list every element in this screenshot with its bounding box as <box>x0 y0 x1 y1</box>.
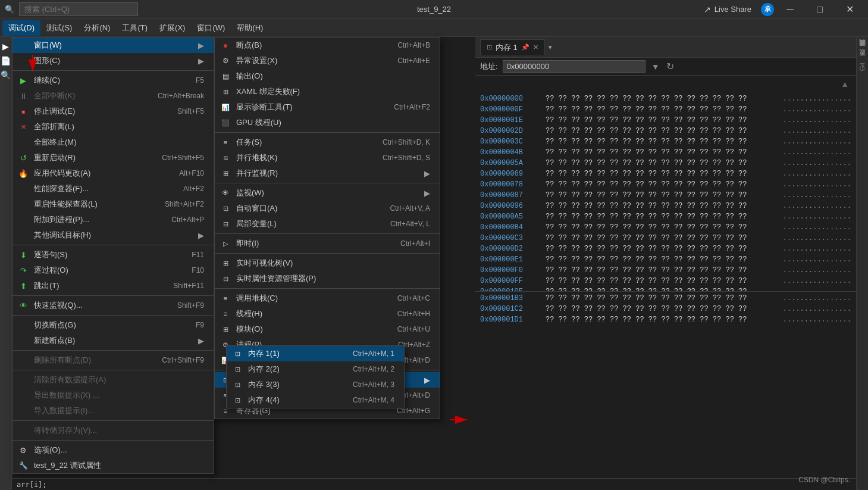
table-row: 0x000001B3?? ?? ?? ?? ?? ?? ?? ?? ?? ?? … <box>475 293 856 304</box>
vtab-diag-tools[interactable]: 诊断工具 <box>856 37 868 46</box>
sub-locals[interactable]: ⊟ 局部变量(L) Ctrl+Alt+V, L <box>215 216 440 232</box>
memory-content[interactable]: 0x00000000?? ?? ?? ?? ?? ?? ?? ?? ?? ?? … <box>475 92 856 291</box>
memory-sub-item-1[interactable]: ⊡ 内存 1(1) Ctrl+Alt+M, 1 <box>227 346 404 361</box>
vtab-git-changes[interactable]: Git 更改 <box>856 56 868 76</box>
menu-tools-label: 工具(T) <box>122 23 148 32</box>
search-input[interactable] <box>19 2 138 16</box>
memory-arrow: ▶ <box>424 376 430 385</box>
immediate-icon: ▷ <box>220 240 231 248</box>
menu-item-continue[interactable]: ▶ 继续(C) F5 <box>12 73 214 88</box>
menu-item-other-targets[interactable]: 其他调试目标(H) ▶ <box>12 227 214 243</box>
mem-ascii: ................ <box>774 105 851 114</box>
mem-bytes: ?? ?? ?? ?? ?? ?? ?? ?? ?? ?? ?? ?? ?? ?… <box>546 255 774 264</box>
mem-ascii: ................ <box>774 277 851 285</box>
menu-item-detach[interactable]: ✕ 全部折离(L) <box>12 119 214 135</box>
files-activity-icon[interactable]: 📄 <box>1 56 11 65</box>
mem3-icon: ⊡ <box>231 381 243 389</box>
sub-parallel-watch[interactable]: ⊞ 并行监视(R) ▶ <box>215 166 440 181</box>
minimize-button[interactable]: ─ <box>776 0 804 19</box>
divider3 <box>12 295 214 296</box>
sub-modules[interactable]: ⊞ 模块(O) Ctrl+Alt+U <box>215 322 440 337</box>
menu-item-perf[interactable]: 性能探查器(F)... Alt+F2 <box>12 181 214 196</box>
table-row: 0x00000078?? ?? ?? ?? ?? ?? ?? ?? ?? ?? … <box>475 179 856 190</box>
menu-item-stop[interactable]: ■ 停止调试(E) Shift+F5 <box>12 104 214 119</box>
menu-analyze[interactable]: 分析(N) <box>78 20 116 36</box>
maximize-button[interactable]: □ <box>806 0 833 19</box>
tab-close-icon[interactable]: ✕ <box>533 43 538 51</box>
sub-immediate[interactable]: ▷ 即时(I) Ctrl+Alt+I <box>215 236 440 251</box>
menu-item-step-over[interactable]: ↷ 逐过程(O) F10 <box>12 263 214 278</box>
menu-help[interactable]: 帮助(H) <box>231 20 269 36</box>
menu-item-export-datatips[interactable]: 导出数据提示(X) ... <box>12 388 214 403</box>
sub-exception[interactable]: ⚙ 异常设置(X) Ctrl+Alt+E <box>215 53 440 68</box>
sub-attr-mgr[interactable]: ⊟ 实时属性资源管理器(P) <box>215 271 440 286</box>
search-activity-icon[interactable]: 🔍 <box>1 70 11 80</box>
stop-icon: ■ <box>17 108 29 115</box>
search-icon: 🔍 <box>5 5 14 14</box>
menu-item-window[interactable]: 窗口(W) ▶ <box>12 38 214 53</box>
mem-ascii: ................ <box>774 116 851 124</box>
live-share-button[interactable]: ↗ Live Share <box>697 2 759 17</box>
memory-sub-item-4[interactable]: ⊡ 内存 4(4) Ctrl+Alt+M, 4 <box>227 392 404 408</box>
menu-item-figure[interactable]: 图形(C) ▶ <box>12 53 214 68</box>
menu-item-clear-datatips[interactable]: 清除所有数据提示(A) <box>12 372 214 388</box>
sub-xaml[interactable]: ⊞ XAML 绑定失败(F) <box>215 84 440 99</box>
memory-sub-item-2[interactable]: ⊡ 内存 2(2) Ctrl+Alt+M, 2 <box>227 361 404 377</box>
avatar[interactable]: 承 <box>761 3 774 16</box>
memory-tab-1[interactable]: ⊡ 内存 1 📌 ✕ <box>480 39 545 55</box>
menu-item-step-out[interactable]: ⬆ 跳出(T) Shift+F11 <box>12 278 214 294</box>
sub-call-stack[interactable]: ≡ 调用堆栈(C) Ctrl+Alt+C <box>215 291 440 306</box>
scroll-up-arrow[interactable]: ▲ <box>838 77 851 91</box>
menu-item-restart-perf[interactable]: 重启性能探查器(L) Shift+Alt+F2 <box>12 196 214 212</box>
sub-watch[interactable]: 👁 监视(W) ▶ <box>215 185 440 201</box>
menu-item-delete-bp[interactable]: 删除所有断点(D) Ctrl+Shift+F9 <box>12 352 214 368</box>
sub-vis-tree[interactable]: ⊞ 实时可视化树(V) <box>215 255 440 271</box>
menu-debug[interactable]: 调试(D) <box>2 20 40 36</box>
detach-icon: ✕ <box>17 123 29 131</box>
table-row: 0x000000A5?? ?? ?? ?? ?? ?? ?? ?? ?? ?? … <box>475 211 856 222</box>
submenu-arrow: ▶ <box>198 41 204 50</box>
mem-address: 0x000000F0 <box>480 266 546 274</box>
tab-dropdown-arrow[interactable]: ▼ <box>547 44 553 51</box>
sub-auto[interactable]: ⊡ 自动窗口(A) Ctrl+Alt+V, A <box>215 201 440 216</box>
menu-item-attach[interactable]: 附加到进程(P)... Ctrl+Alt+P <box>12 212 214 227</box>
menu-tools[interactable]: 工具(T) <box>116 20 153 36</box>
memory-sub-item-3[interactable]: ⊡ 内存 3(3) Ctrl+Alt+M, 3 <box>227 377 404 392</box>
menu-extend[interactable]: 扩展(X) <box>153 20 191 36</box>
sub-diag[interactable]: 📊 显示诊断工具(T) Ctrl+Alt+F2 <box>215 99 440 115</box>
mem-ascii: ................ <box>774 266 851 274</box>
menu-item-import-datatips[interactable]: 导入数据提示(I)... <box>12 403 214 419</box>
exception-icon: ⚙ <box>220 57 231 65</box>
debug-activity-icon[interactable]: ▶ <box>2 42 9 51</box>
menu-item-save-dump[interactable]: 将转储另存为(V)... <box>12 423 214 438</box>
activity-bar: ▶ 📄 🔍 <box>0 37 12 490</box>
close-button[interactable]: ✕ <box>836 0 863 19</box>
menu-item-break-all[interactable]: ⏸ 全部中断(K) Ctrl+Alt+Break <box>12 88 214 104</box>
sub-output[interactable]: ▤ 输出(O) <box>215 68 440 84</box>
menu-item-toggle-bp[interactable]: 切换断点(G) F9 <box>12 317 214 333</box>
memory-tab-icon: ⊡ <box>487 43 492 51</box>
menu-item-new-bp[interactable]: 新建断点(B) ▶ <box>12 333 214 348</box>
menu-item-restart[interactable]: ↺ 重新启动(R) Ctrl+Shift+F5 <box>12 150 214 166</box>
menu-item-options[interactable]: ⚙ 选项(O)... <box>12 442 214 458</box>
menu-extend-label: 扩展(X) <box>159 23 185 32</box>
sub-parallel-stack[interactable]: ≋ 并行堆栈(K) Ctrl+Shift+D, S <box>215 150 440 166</box>
menu-item-terminate[interactable]: 全部终止(M) <box>12 135 214 150</box>
dropdown-arrow-btn[interactable]: ▼ <box>650 61 661 73</box>
address-input[interactable] <box>503 60 645 73</box>
gpu-icon: ⬛ <box>220 119 231 127</box>
menu-item-apply-code[interactable]: 🔥 应用代码更改(A) Alt+F10 <box>12 166 214 181</box>
sub-tasks[interactable]: ≡ 任务(S) Ctrl+Shift+D, K <box>215 135 440 150</box>
menu-window[interactable]: 窗口(W) <box>191 20 231 36</box>
sub-breakpoint[interactable]: ● 断点(B) Ctrl+Alt+B <box>215 38 440 53</box>
vertical-tabs: 诊断工具 调试测量器 Git 更改 <box>856 37 868 490</box>
refresh-btn[interactable]: ↻ <box>665 60 675 73</box>
memory-submenu: ⊡ 内存 1(1) Ctrl+Alt+M, 1 ⊡ 内存 2(2) Ctrl+A… <box>226 345 405 408</box>
sub-gpu[interactable]: ⬛ GPU 线程(U) <box>215 115 440 130</box>
vtab-debug-measure[interactable]: 调试测量器 <box>856 46 868 56</box>
menu-item-debug-prop[interactable]: 🔧 test_9_22 调试属性 <box>12 458 214 473</box>
menu-item-step-into[interactable]: ⬇ 逐语句(S) F11 <box>12 247 214 263</box>
sub-threads[interactable]: ≡ 线程(H) Ctrl+Alt+H <box>215 306 440 322</box>
menu-item-quick-watch[interactable]: 👁 快速监视(Q)... Shift+F9 <box>12 298 214 313</box>
menu-test[interactable]: 测试(S) <box>40 20 78 36</box>
